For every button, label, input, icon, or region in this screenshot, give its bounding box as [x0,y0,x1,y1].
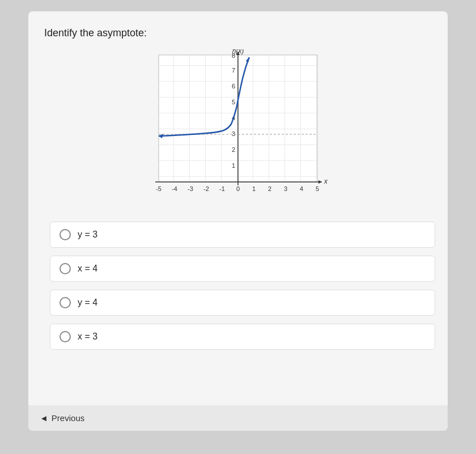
radio-3[interactable] [60,297,71,308]
radio-1[interactable] [60,229,71,240]
svg-text:6: 6 [232,83,235,90]
question-title: Identify the asymptote: [44,27,432,39]
svg-text:1: 1 [252,185,256,192]
option-1-label: y = 3 [78,230,97,240]
svg-text:7: 7 [232,67,235,74]
previous-button[interactable]: ◄ Previous [40,413,84,423]
options-area: y = 3 x = 4 y = 4 x = 3 [44,222,432,350]
question-card: Identify the asymptote: [28,11,448,431]
graph-svg: -5 -4 -3 -2 -1 0 1 2 3 4 5 1 2 3 4 5 6 [142,49,334,208]
graph-area: -5 -4 -3 -2 -1 0 1 2 3 4 5 1 2 3 4 5 6 [44,49,432,208]
svg-text:5: 5 [232,99,235,105]
option-3-label: y = 4 [78,298,97,308]
option-4-label: x = 3 [78,332,97,342]
svg-text:-3: -3 [188,185,193,192]
svg-text:5: 5 [316,185,319,192]
svg-marker-3 [318,180,322,184]
svg-text:2: 2 [232,146,235,153]
svg-text:x: x [324,177,328,185]
radio-2[interactable] [60,263,71,274]
radio-4[interactable] [60,331,71,342]
svg-text:3: 3 [284,185,287,192]
svg-text:4: 4 [300,185,303,192]
option-2-label: x = 4 [78,264,97,274]
svg-text:-4: -4 [172,185,177,192]
svg-text:h(x): h(x) [232,49,244,55]
option-4[interactable]: x = 3 [50,324,435,350]
svg-text:0: 0 [236,185,240,192]
bottom-bar: ◄ Previous [28,405,448,431]
previous-label: Previous [52,413,84,423]
option-2[interactable]: x = 4 [50,256,435,282]
svg-text:-2: -2 [203,185,209,192]
option-3[interactable]: y = 4 [50,290,435,316]
svg-text:1: 1 [232,162,235,169]
svg-text:-1: -1 [219,185,225,192]
svg-text:-5: -5 [156,185,162,192]
graph-container: -5 -4 -3 -2 -1 0 1 2 3 4 5 1 2 3 4 5 6 [142,49,334,208]
option-1[interactable]: y = 3 [50,222,435,248]
svg-text:2: 2 [268,185,271,192]
previous-icon: ◄ [40,413,48,423]
svg-text:3: 3 [232,130,235,137]
